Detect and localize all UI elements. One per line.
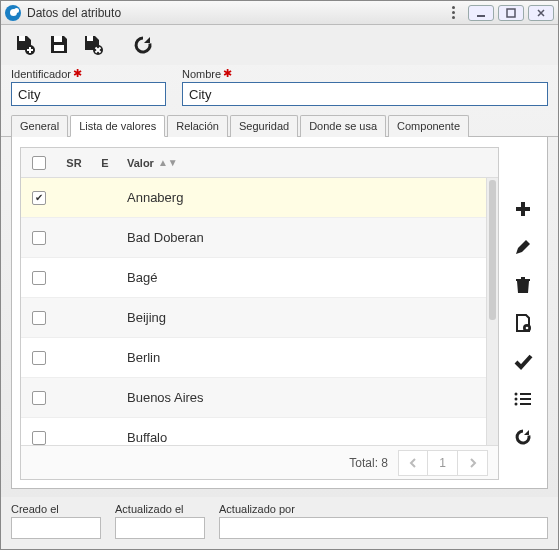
updated-field: Actualizado el [115,503,205,539]
svg-point-11 [515,398,518,401]
sort-icon: ▲▼ [158,157,178,168]
svg-point-12 [515,403,518,406]
total-label: Total: 8 [349,456,388,470]
svg-rect-1 [507,9,515,17]
row-value: Bagé [119,270,486,285]
row-value: Annaberg [119,190,486,205]
col-e[interactable]: E [91,157,119,169]
table-row[interactable]: Berlin [21,338,486,378]
required-icon: ✱ [73,67,82,80]
pager: 1 [398,450,488,476]
select-all-checkbox[interactable] [32,156,46,170]
more-icon[interactable] [446,5,460,21]
tab-general[interactable]: General [11,115,68,137]
meta-footer: Creado el Actualizado el Actualizado por [1,497,558,549]
app-icon [5,5,21,21]
created-field: Creado el [11,503,101,539]
updated-by-field: Actualizado por [219,503,548,539]
svg-rect-6 [87,36,93,41]
tab-content: SR E Valor▲▼ AnnabergBad DoberanBagéBeij… [11,137,548,489]
tab-component[interactable]: Componente [388,115,469,137]
grid-footer: Total: 8 1 [21,445,498,479]
minimize-button[interactable] [468,5,494,21]
tab-relation[interactable]: Relación [167,115,228,137]
close-button[interactable] [528,5,554,21]
refresh-rows-button[interactable] [511,425,535,449]
identifier-label: Identificador✱ [11,67,166,80]
delete-row-button[interactable] [511,273,535,297]
row-checkbox[interactable] [32,391,46,405]
required-icon: ✱ [223,67,232,80]
grid-body: AnnabergBad DoberanBagéBeijingBerlinBuen… [21,178,498,445]
next-page-button[interactable] [458,450,488,476]
row-settings-button[interactable] [511,311,535,335]
row-value: Bad Doberan [119,230,486,245]
row-checkbox[interactable] [32,311,46,325]
grid-header: SR E Valor▲▼ [21,148,498,178]
svg-rect-5 [54,45,64,51]
table-row[interactable]: Beijing [21,298,486,338]
updated-by-input[interactable] [219,517,548,539]
table-row[interactable]: Bad Doberan [21,218,486,258]
grid-toolbar [507,147,539,480]
table-row[interactable]: Buenos Aires [21,378,486,418]
svg-point-10 [515,393,518,396]
toolbar [1,25,558,65]
updated-input[interactable] [115,517,205,539]
row-checkbox[interactable] [32,231,46,245]
value-grid: SR E Valor▲▼ AnnabergBad DoberanBagéBeij… [20,147,499,480]
row-checkbox[interactable] [32,191,46,205]
name-input[interactable] [182,82,548,106]
window-title: Datos del atributo [27,6,440,20]
window-buttons [468,5,554,21]
tab-value-list[interactable]: Lista de valores [70,115,165,137]
tab-where-used[interactable]: Donde se usa [300,115,386,137]
titlebar: Datos del atributo [1,1,558,25]
svg-rect-0 [477,15,485,17]
table-row[interactable]: Bagé [21,258,486,298]
prev-page-button[interactable] [398,450,428,476]
name-field: Nombre✱ [182,67,548,106]
save-button[interactable] [45,31,73,59]
row-value: Buenos Aires [119,390,486,405]
row-value: Berlin [119,350,486,365]
tabs: General Lista de valores Relación Seguri… [1,114,558,137]
tab-security[interactable]: Seguridad [230,115,298,137]
maximize-button[interactable] [498,5,524,21]
approve-button[interactable] [511,349,535,373]
row-value: Buffalo [119,430,486,445]
scrollbar[interactable] [486,178,498,445]
svg-rect-3 [19,36,25,41]
svg-rect-4 [54,36,62,42]
row-checkbox[interactable] [32,351,46,365]
list-button[interactable] [511,387,535,411]
table-row[interactable]: Annaberg [21,178,486,218]
svg-point-9 [526,327,529,330]
table-row[interactable]: Buffalo [21,418,486,445]
row-value: Beijing [119,310,486,325]
created-input[interactable] [11,517,101,539]
delete-button[interactable] [79,31,107,59]
edit-row-button[interactable] [511,235,535,259]
identifier-input[interactable] [11,82,166,106]
new-button[interactable] [11,31,39,59]
header-form: Identificador✱ Nombre✱ [1,65,558,114]
row-checkbox[interactable] [32,271,46,285]
name-label: Nombre✱ [182,67,548,80]
row-checkbox[interactable] [32,431,46,445]
col-sr[interactable]: SR [57,157,91,169]
col-value[interactable]: Valor▲▼ [119,157,498,169]
identifier-field: Identificador✱ [11,67,166,106]
attribute-dialog: Datos del atributo [0,0,559,550]
reload-button[interactable] [129,31,157,59]
page-number[interactable]: 1 [428,450,458,476]
add-row-button[interactable] [511,197,535,221]
